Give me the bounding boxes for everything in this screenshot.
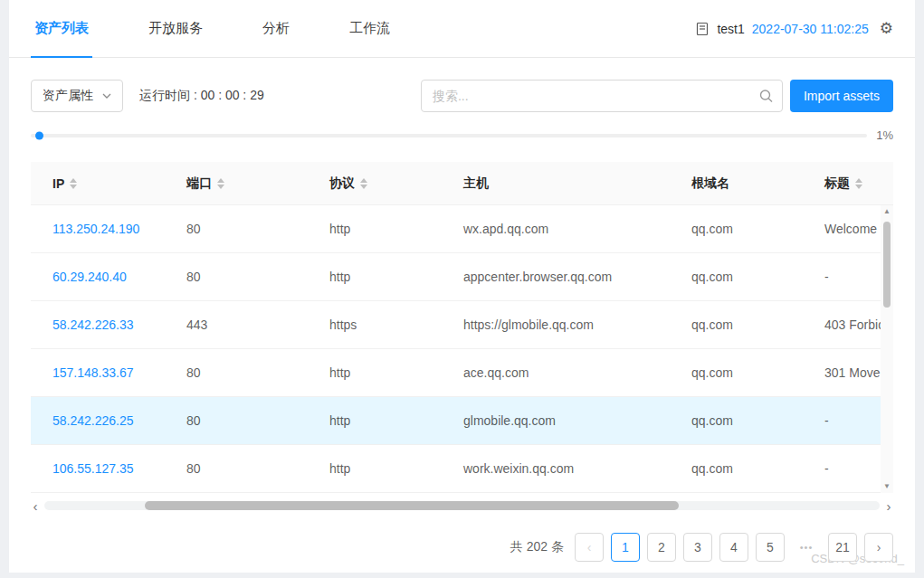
- page-button-2[interactable]: 2: [647, 533, 676, 562]
- table-row[interactable]: 58.242.226.2580httpglmobile.qq.comqq.com…: [31, 397, 893, 445]
- pagination-ellipsis[interactable]: •••: [792, 542, 821, 553]
- cell-host: https://glmobile.qq.com: [442, 317, 670, 332]
- import-assets-button[interactable]: Import assets: [790, 80, 893, 112]
- timestamp: 2022-07-30 11:02:25: [752, 22, 869, 36]
- page-button-5[interactable]: 5: [756, 533, 785, 562]
- cell-domain: qq.com: [670, 317, 803, 332]
- cell-port: 443: [165, 317, 308, 332]
- scroll-left-arrow[interactable]: ‹: [31, 499, 40, 513]
- horizontal-scrollbar: ‹ ›: [31, 498, 893, 513]
- column-header-domain[interactable]: 根域名: [670, 175, 803, 192]
- ip-link[interactable]: 157.148.33.67: [52, 365, 134, 380]
- sort-icons: [217, 178, 224, 189]
- asset-attribute-dropdown[interactable]: 资产属性: [31, 80, 123, 112]
- chevron-down-icon: [102, 93, 111, 99]
- progress-indicator: [35, 131, 43, 139]
- table-row[interactable]: 58.242.226.33443httpshttps://glmobile.qq…: [31, 301, 893, 349]
- page-button-1[interactable]: 1: [611, 533, 640, 562]
- sort-icons: [360, 178, 367, 189]
- cell-domain: qq.com: [670, 365, 803, 380]
- page-button-3[interactable]: 3: [683, 533, 712, 562]
- toolbar: 资产属性 运行时间 : 00 : 00 : 29 Import assets: [31, 80, 893, 112]
- cell-domain: qq.com: [670, 222, 803, 236]
- sort-desc-icon: [360, 185, 367, 189]
- progress-bar: [31, 134, 867, 137]
- table-row[interactable]: 60.29.240.4080httpappcenter.browser.qq.c…: [31, 253, 893, 301]
- progress-percent: 1%: [876, 128, 893, 142]
- column-header-protocol[interactable]: 协议: [308, 175, 442, 192]
- cell-host: wx.apd.qq.com: [442, 222, 670, 236]
- cell-title: -: [803, 461, 893, 476]
- cell-port: 80: [165, 222, 308, 236]
- cell-ip: 60.29.240.40: [31, 270, 165, 284]
- column-label: 根域名: [691, 175, 729, 192]
- cell-domain: qq.com: [670, 270, 803, 284]
- progress-row: 1%: [31, 128, 893, 142]
- cell-protocol: http: [308, 365, 442, 380]
- cell-ip: 58.242.226.33: [31, 317, 165, 332]
- column-label: 标题: [824, 175, 850, 192]
- cell-port: 80: [165, 270, 308, 284]
- cell-protocol: http: [308, 222, 442, 236]
- vertical-scroll-thumb[interactable]: [883, 222, 891, 308]
- cell-ip: 113.250.24.190: [31, 222, 165, 236]
- search-icon[interactable]: [759, 90, 773, 103]
- table-row[interactable]: 106.55.127.3580httpwork.weixin.qq.comqq.…: [31, 445, 893, 493]
- gear-icon[interactable]: ⚙: [880, 21, 893, 36]
- next-page-button[interactable]: ›: [864, 533, 893, 562]
- search-input[interactable]: [421, 80, 783, 112]
- notebook-icon: [695, 22, 710, 36]
- sort-desc-icon: [70, 185, 77, 189]
- tab-open-services[interactable]: 开放服务: [145, 0, 206, 58]
- scroll-down-arrow[interactable]: ▼: [883, 480, 891, 493]
- cell-ip: 106.55.127.35: [31, 461, 165, 476]
- cell-ip: 58.242.226.25: [31, 413, 165, 428]
- column-header-port[interactable]: 端口: [165, 175, 308, 192]
- column-header-ip[interactable]: IP: [31, 176, 165, 191]
- runtime-label: 运行时间 : 00 : 00 : 29: [139, 88, 264, 104]
- cell-port: 80: [165, 461, 308, 476]
- cell-port: 80: [165, 413, 308, 428]
- column-header-host[interactable]: 主机: [442, 175, 670, 192]
- page-button-last[interactable]: 21: [828, 533, 857, 562]
- sort-asc-icon: [217, 178, 224, 183]
- cell-host: work.weixin.qq.com: [442, 461, 670, 476]
- page-button-4[interactable]: 4: [719, 533, 748, 562]
- prev-page-button[interactable]: ‹: [575, 533, 604, 562]
- sort-desc-icon: [855, 185, 862, 189]
- tab-workflow[interactable]: 工作流: [346, 0, 394, 58]
- column-header-title[interactable]: 标题: [803, 175, 893, 192]
- cell-title: -: [803, 413, 893, 428]
- table-row[interactable]: 157.148.33.6780httpace.qq.comqq.com301 M…: [31, 349, 893, 397]
- sort-asc-icon: [360, 178, 367, 183]
- pagination-total: 共 202 条: [510, 539, 564, 555]
- ip-link[interactable]: 60.29.240.40: [52, 270, 127, 284]
- sort-asc-icon: [855, 178, 862, 183]
- cell-port: 80: [165, 365, 308, 380]
- scroll-up-arrow[interactable]: ▲: [883, 205, 891, 218]
- tab-bar: 资产列表 开放服务 分析 工作流: [31, 0, 446, 58]
- column-label: IP: [52, 176, 64, 191]
- cell-protocol: https: [308, 317, 442, 332]
- pagination: 共 202 条 ‹ 12345 ••• 21 ›: [9, 533, 915, 573]
- navbar: 资产列表 开放服务 分析 工作流 test1 2022-07-30 11:02:…: [9, 0, 915, 58]
- horizontal-scroll-thumb[interactable]: [145, 501, 680, 510]
- table-row[interactable]: 113.250.24.19080httpwx.apd.qq.comqq.comW…: [31, 205, 893, 253]
- cell-title: -: [803, 270, 893, 284]
- cell-ip: 157.148.33.67: [31, 365, 165, 380]
- tab-asset-list[interactable]: 资产列表: [31, 0, 92, 58]
- scroll-right-arrow[interactable]: ›: [884, 499, 893, 513]
- ip-link[interactable]: 113.250.24.190: [52, 222, 139, 236]
- table-body: 113.250.24.19080httpwx.apd.qq.comqq.comW…: [31, 205, 893, 493]
- vertical-scrollbar[interactable]: ▲ ▼: [881, 205, 893, 493]
- sort-icons: [70, 178, 77, 189]
- ip-link[interactable]: 58.242.226.25: [52, 413, 134, 428]
- tab-analysis[interactable]: 分析: [259, 0, 293, 58]
- user-name: test1: [717, 22, 744, 36]
- horizontal-scroll-track[interactable]: [44, 501, 880, 510]
- cell-host: ace.qq.com: [442, 365, 670, 380]
- cell-title: Welcome t: [803, 222, 893, 236]
- ip-link[interactable]: 58.242.226.33: [52, 317, 134, 332]
- ip-link[interactable]: 106.55.127.35: [52, 461, 134, 476]
- sort-desc-icon: [217, 185, 224, 189]
